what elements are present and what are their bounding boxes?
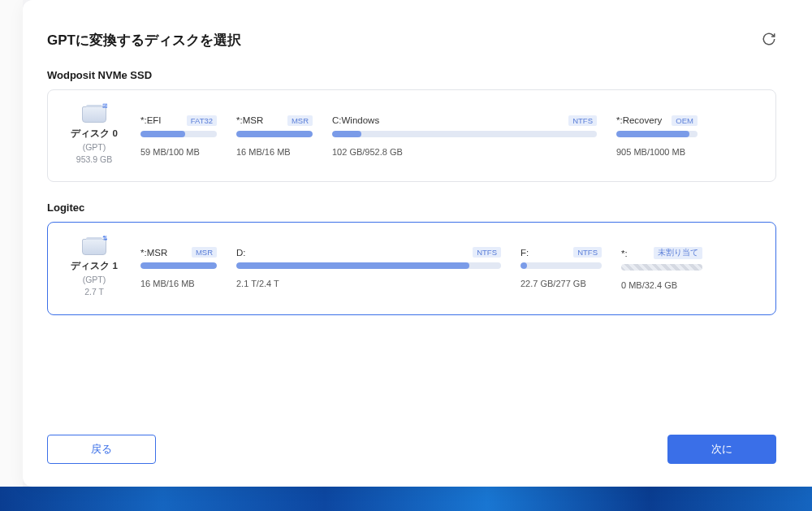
partition-label: *:EFI [140, 115, 162, 125]
disk-size: 953.9 GB [63, 154, 126, 166]
partition-label: *:MSR [236, 115, 263, 125]
partition-usage-bar [520, 262, 602, 269]
partition-usage-bar [236, 131, 313, 137]
partition-usage-text: 2.1 T/2.4 T [236, 279, 501, 288]
partition[interactable]: D:NTFS2.1 T/2.4 T [236, 247, 501, 288]
partition-fs-badge: NTFS [573, 247, 602, 258]
partition-usage-text: 905 MB/1000 MB [616, 147, 698, 157]
disk-scheme: (GPT) [63, 274, 126, 286]
partition-header: D:NTFS [236, 247, 501, 258]
partition-usage-bar [140, 131, 217, 137]
partition-fs-badge: 未割り当て [654, 247, 702, 259]
partition-usage-text: 16 MB/16 MB [236, 147, 313, 157]
partition-fs-badge: NTFS [473, 247, 501, 258]
partition-header: C:WindowsNTFS [332, 115, 597, 126]
partition-usage-text: 16 MB/16 MB [140, 279, 217, 288]
partition-usage-bar [236, 262, 501, 269]
partition[interactable]: *:MSRMSR16 MB/16 MB [236, 115, 313, 157]
disk-icon: ⇅ [82, 239, 106, 255]
partition-header: *:未割り当て [621, 247, 702, 259]
disk-card[interactable]: ⊞ディスク 0(GPT)953.9 GB*:EFIFAT3259 MB/100 … [47, 89, 776, 182]
disk-vendor-label: Logitec [47, 201, 776, 214]
partition-usage-bar [140, 262, 217, 269]
partition-header: *:EFIFAT32 [140, 115, 217, 126]
partition-label: F: [520, 248, 529, 258]
dialog-footer: 戻る 次に [47, 435, 776, 464]
disk-size: 2.7 T [63, 286, 126, 298]
disk-group: Logitec⇅ディスク 1(GPT)2.7 T*:MSRMSR16 MB/16… [47, 201, 776, 314]
partition-usage-text: 22.7 GB/277 GB [520, 279, 602, 288]
disk-group: Wodposit NVMe SSD⊞ディスク 0(GPT)953.9 GB*:E… [47, 69, 776, 182]
dialog-header: GPTに変換するディスクを選択 [47, 31, 776, 50]
disk-meta: ⊞ディスク 0(GPT)953.9 GB [63, 106, 126, 165]
partition-fs-badge: NTFS [568, 115, 597, 126]
next-button[interactable]: 次に [667, 435, 776, 464]
partition-usage-text: 59 MB/100 MB [140, 147, 217, 157]
partition-usage-text: 102 GB/952.8 GB [332, 147, 597, 157]
partition-label: C:Windows [332, 115, 379, 125]
partition-header: *:RecoveryOEM [616, 115, 698, 126]
disk-card[interactable]: ⇅ディスク 1(GPT)2.7 T*:MSRMSR16 MB/16 MBD:NT… [47, 222, 776, 314]
disk-name: ディスク 1 [63, 260, 126, 272]
partition-header: *:MSRMSR [140, 247, 217, 258]
refresh-button[interactable] [762, 32, 776, 50]
partition-header: F:NTFS [520, 247, 602, 258]
partition[interactable]: *:EFIFAT3259 MB/100 MB [140, 115, 217, 157]
partition-fs-badge: MSR [192, 247, 217, 258]
disk-name: ディスク 0 [63, 128, 126, 140]
partition[interactable]: *:未割り当て0 MB/32.4 GB [621, 247, 702, 290]
partition[interactable]: *:MSRMSR16 MB/16 MB [140, 247, 217, 288]
partition-usage-bar [616, 131, 698, 137]
partition-usage-text: 0 MB/32.4 GB [621, 280, 702, 290]
partition-label: *: [621, 249, 628, 258]
disk-scheme: (GPT) [63, 141, 126, 154]
partition[interactable]: F:NTFS22.7 GB/277 GB [520, 247, 602, 288]
partitions-row: *:EFIFAT3259 MB/100 MB*:MSRMSR16 MB/16 M… [140, 115, 761, 157]
partition-usage-bar [621, 264, 702, 271]
partition-fs-badge: FAT32 [187, 115, 217, 126]
partitions-row: *:MSRMSR16 MB/16 MBD:NTFS2.1 T/2.4 TF:NT… [140, 247, 761, 290]
back-button[interactable]: 戻る [47, 435, 156, 464]
partition-label: *:MSR [140, 248, 167, 258]
partition-usage-bar [332, 131, 597, 137]
page-title: GPTに変換するディスクを選択 [47, 31, 241, 50]
partition-label: *:Recovery [616, 115, 662, 125]
partition[interactable]: *:RecoveryOEM905 MB/1000 MB [616, 115, 698, 157]
disk-icon: ⊞ [82, 106, 106, 123]
partition-header: *:MSRMSR [236, 115, 313, 126]
refresh-icon [762, 32, 776, 46]
partition[interactable]: C:WindowsNTFS102 GB/952.8 GB [332, 115, 597, 157]
partition-fs-badge: OEM [672, 115, 698, 126]
partition-fs-badge: MSR [287, 115, 313, 126]
disk-vendor-label: Wodposit NVMe SSD [47, 69, 776, 81]
partition-label: D: [236, 248, 246, 258]
disk-meta: ⇅ディスク 1(GPT)2.7 T [63, 239, 126, 297]
dialog: GPTに変換するディスクを選択 Wodposit NVMe SSD⊞ディスク 0… [23, 0, 812, 487]
